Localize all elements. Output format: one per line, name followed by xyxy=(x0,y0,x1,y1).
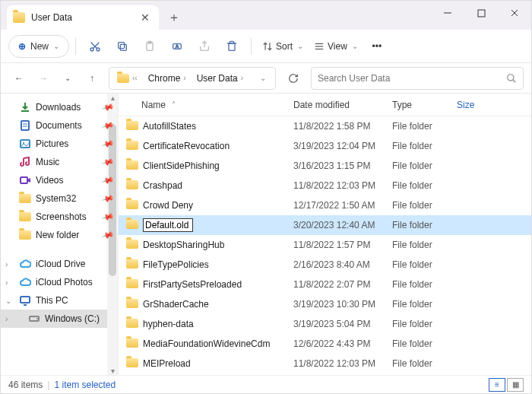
file-row[interactable]: Crowd Deny12/17/2022 1:50 AMFile folder xyxy=(119,195,531,215)
close-button[interactable] xyxy=(498,1,531,25)
file-date: 12/6/2022 4:43 PM xyxy=(293,338,392,349)
sidebar-item[interactable]: System32📌 xyxy=(1,189,118,208)
new-button[interactable]: ⊕ New ⌄ xyxy=(8,35,69,58)
file-date: 3/19/2023 5:04 PM xyxy=(293,319,392,329)
sidebar: ▴ ▾ Downloads📌Documents📌Pictures📌Music📌V… xyxy=(1,94,119,375)
nav-buttons: ← → ⌄ ↑ xyxy=(8,68,103,89)
file-row[interactable]: AutofillStates11/8/2022 1:58 PMFile fold… xyxy=(119,116,531,136)
rename-input[interactable] xyxy=(143,218,193,232)
svg-line-22 xyxy=(513,79,516,82)
sort-icon xyxy=(262,41,273,52)
sidebar-item[interactable]: Videos📌 xyxy=(1,171,118,189)
file-type: File folder xyxy=(392,259,457,270)
status-bar: 46 items | 1 item selected ≡ ▦ xyxy=(1,375,531,393)
plus-icon: ⊕ xyxy=(18,41,26,52)
file-name: GrShaderCache xyxy=(143,299,209,310)
expand-icon[interactable]: › xyxy=(5,315,8,323)
sidebar-item[interactable]: New folder📌 xyxy=(1,226,118,244)
scroll-down-icon[interactable]: ▾ xyxy=(107,367,118,375)
address-dropdown-icon[interactable]: ⌄ xyxy=(254,74,272,82)
sidebar-item[interactable]: Screenshots📌 xyxy=(1,208,118,226)
file-row[interactable]: DesktopSharingHub11/8/2022 1:57 PMFile f… xyxy=(119,235,531,255)
scroll-up-icon[interactable]: ▴ xyxy=(107,94,118,102)
new-tab-button[interactable]: ＋ xyxy=(163,7,185,28)
sidebar-label: Pictures xyxy=(36,138,68,149)
file-row[interactable]: ClientSidePhishing3/16/2023 1:15 PMFile … xyxy=(119,156,531,176)
large-icons-view-button[interactable]: ▦ xyxy=(507,378,524,392)
col-name[interactable]: Name ˄ xyxy=(141,100,293,110)
file-date: 11/8/2022 1:57 PM xyxy=(293,240,392,250)
view-button[interactable]: View ⌄ xyxy=(309,41,363,52)
sidebar-drive[interactable]: ›Windows (C:) xyxy=(1,310,118,328)
file-row[interactable]: hyphen-data3/19/2023 5:04 PMFile folder xyxy=(119,314,531,334)
back-button[interactable]: ← xyxy=(8,68,30,89)
refresh-button[interactable] xyxy=(282,67,305,90)
delete-button[interactable] xyxy=(219,35,245,58)
chevron-down-icon: ⌄ xyxy=(352,42,358,50)
expand-icon[interactable]: › xyxy=(5,278,8,287)
file-row[interactable]: MEIPreload11/8/2022 12:03 PMFile folder xyxy=(119,354,531,373)
sidebar-drive[interactable]: ⌄This PC xyxy=(1,291,118,310)
sidebar-item[interactable]: Documents📌 xyxy=(1,116,118,135)
copy-button[interactable] xyxy=(109,35,135,58)
sidebar-label: Screenshots xyxy=(36,211,87,222)
svg-rect-9 xyxy=(119,42,125,48)
address-bar[interactable]: ‹‹ Chrome› User Data› ⌄ xyxy=(109,67,276,90)
expand-icon[interactable]: › xyxy=(5,260,8,268)
sidebar-label: Music xyxy=(36,157,59,167)
sidebar-item[interactable]: Music📌 xyxy=(1,153,118,171)
window-tab[interactable]: User Data ✕ xyxy=(7,5,159,30)
paste-button[interactable] xyxy=(137,35,163,58)
file-date: 3/19/2023 12:04 PM xyxy=(293,141,392,151)
chevron-down-icon: ⌄ xyxy=(53,42,59,50)
file-row[interactable]: MediaFoundationWidevineCdm12/6/2022 4:43… xyxy=(119,334,531,354)
cut-button[interactable] xyxy=(82,35,108,58)
more-button[interactable]: ••• xyxy=(364,35,390,58)
svg-point-21 xyxy=(508,74,514,80)
col-date[interactable]: Date modified xyxy=(293,100,392,110)
details-view-button[interactable]: ≡ xyxy=(489,378,505,392)
sidebar-label: Videos xyxy=(36,175,63,186)
address-root-icon[interactable]: ‹‹ xyxy=(112,72,142,84)
file-type: File folder xyxy=(392,180,457,191)
file-date: 11/8/2022 12:03 PM xyxy=(293,358,392,369)
sidebar-item[interactable]: Downloads📌 xyxy=(1,98,118,116)
col-type[interactable]: Type xyxy=(392,100,457,110)
file-type: File folder xyxy=(392,141,457,151)
search-box[interactable] xyxy=(311,67,524,90)
share-button[interactable] xyxy=(192,35,217,58)
file-row[interactable]: CertificateRevocation3/19/2023 12:04 PMF… xyxy=(119,136,531,156)
sidebar-drive[interactable]: ›iCloud Photos xyxy=(1,273,118,291)
file-name: hyphen-data xyxy=(143,319,194,329)
file-row[interactable]: FileTypePolicies2/16/2023 8:40 AMFile fo… xyxy=(119,255,531,275)
file-row[interactable]: GrShaderCache3/19/2023 10:30 PMFile fold… xyxy=(119,294,531,314)
col-size[interactable]: Size xyxy=(457,100,502,110)
file-row[interactable]: Crashpad11/8/2022 12:03 PMFile folder xyxy=(119,176,531,195)
tab-close-icon[interactable]: ✕ xyxy=(138,11,153,24)
expand-icon[interactable]: ⌄ xyxy=(5,297,11,305)
folder-icon xyxy=(126,141,140,152)
file-row[interactable]: 3/20/2023 12:40 AMFile folder xyxy=(119,215,531,235)
sidebar-label: iCloud Photos xyxy=(36,277,93,288)
recent-button[interactable]: ⌄ xyxy=(57,68,78,89)
search-input[interactable] xyxy=(318,73,506,84)
toolbar: ⊕ New ⌄ A Sort ⌄ View ⌄ ••• xyxy=(1,30,531,63)
titlebar: User Data ✕ ＋ xyxy=(1,1,531,30)
svg-rect-8 xyxy=(120,44,126,50)
address-seg-userdata[interactable]: User Data› xyxy=(192,71,248,85)
maximize-button[interactable] xyxy=(464,1,498,25)
item-count: 46 items xyxy=(8,380,43,390)
address-seg-chrome[interactable]: Chrome› xyxy=(144,71,191,85)
svg-text:A: A xyxy=(176,44,179,49)
sort-button[interactable]: Sort ⌄ xyxy=(258,41,308,52)
rename-button[interactable]: A xyxy=(164,35,190,58)
sidebar-drive[interactable]: ›iCloud Drive xyxy=(1,255,118,273)
file-row[interactable]: FirstPartySetsPreloaded11/8/2022 2:07 PM… xyxy=(119,275,531,294)
forward-button[interactable]: → xyxy=(33,68,54,89)
sidebar-item[interactable]: Pictures📌 xyxy=(1,135,118,153)
svg-rect-15 xyxy=(229,43,235,50)
file-type: File folder xyxy=(392,220,457,230)
minimize-button[interactable] xyxy=(431,1,464,25)
sort-asc-icon: ˄ xyxy=(172,100,176,109)
up-button[interactable]: ↑ xyxy=(81,68,103,89)
